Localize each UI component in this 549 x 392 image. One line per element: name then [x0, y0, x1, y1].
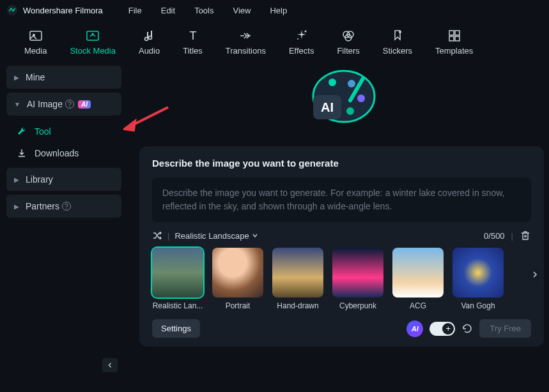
sidebar-item-partners[interactable]: ▶ Partners ?	[6, 195, 121, 218]
tab-stock-media[interactable]: Stock Media	[58, 28, 127, 56]
prompt-input[interactable]: Describe the image you want to generate.…	[152, 177, 531, 222]
svg-point-5	[144, 38, 148, 41]
shuffle-icon[interactable]	[152, 230, 162, 241]
svg-rect-3	[87, 31, 98, 40]
panel-title: Describe the image you want to generate	[152, 158, 531, 169]
style-thumb-label: Van Gogh	[461, 301, 495, 310]
sidebar-item-library[interactable]: ▶ Library	[6, 168, 121, 191]
top-tabs: Media Stock Media Audio T Titles Transit…	[0, 20, 549, 61]
tab-effects[interactable]: Effects	[277, 28, 326, 56]
style-thumb-label: Realistic Lan...	[153, 301, 203, 310]
titlebar: Wondershare Filmora File Edit Tools View…	[0, 0, 549, 20]
media-icon	[28, 28, 43, 43]
stock-media-icon	[85, 28, 100, 43]
app-title: Wondershare Filmora	[23, 6, 103, 15]
chevron-left-icon	[107, 362, 113, 368]
titles-icon: T	[185, 28, 201, 43]
palette-graphic-icon: AI	[294, 63, 383, 140]
thumbs-next-button[interactable]	[527, 267, 543, 282]
divider: |	[511, 231, 513, 241]
style-thumb-label: Hand-drawn	[277, 301, 318, 310]
svg-point-4	[92, 33, 94, 35]
style-thumb[interactable]: Cyberpunk	[332, 248, 383, 310]
content-area: AI Describe the image you want to genera…	[128, 61, 549, 381]
style-thumb[interactable]: Realistic Lan...	[152, 248, 203, 310]
svg-rect-15	[455, 31, 460, 35]
sidebar-item-ai-image[interactable]: ▼ AI Image ? AI	[6, 93, 121, 116]
style-thumb-image	[272, 248, 323, 298]
svg-point-21	[357, 94, 365, 102]
tab-templates[interactable]: Templates	[424, 28, 484, 56]
style-thumb[interactable]: Van Gogh	[452, 248, 504, 310]
svg-point-13	[399, 31, 401, 33]
audio-icon	[142, 28, 157, 43]
transitions-icon	[238, 28, 253, 43]
enhance-toggle[interactable]	[429, 322, 455, 336]
svg-rect-16	[449, 36, 454, 41]
chevron-right-icon: ▶	[14, 203, 19, 210]
menu-tools[interactable]: Tools	[194, 6, 213, 15]
style-thumb-image	[332, 248, 383, 298]
try-free-button[interactable]: Try Free	[479, 319, 531, 338]
menu-bar: File Edit Tools View Help	[128, 6, 287, 15]
chevron-down-icon	[252, 232, 258, 239]
tab-titles[interactable]: T Titles	[171, 28, 214, 56]
tab-transitions[interactable]: Transitions	[214, 28, 277, 56]
hero: AI	[128, 61, 549, 140]
refresh-icon[interactable]	[461, 323, 473, 335]
settings-button[interactable]: Settings	[152, 319, 200, 338]
sidebar-subitem-tool[interactable]: Tool	[6, 121, 121, 142]
svg-point-20	[348, 80, 355, 87]
divider: |	[167, 231, 169, 241]
tab-filters[interactable]: Filters	[325, 28, 371, 56]
svg-point-8	[304, 31, 306, 33]
svg-point-19	[329, 79, 336, 86]
ai-generate-panel: Describe the image you want to generate …	[139, 146, 544, 347]
style-thumb-image	[152, 248, 203, 298]
menu-edit[interactable]: Edit	[161, 6, 175, 15]
style-thumb-label: Cyberpunk	[339, 301, 376, 310]
style-thumb-image	[392, 248, 444, 298]
tab-audio[interactable]: Audio	[127, 28, 171, 56]
ai-chip-icon: AI	[406, 320, 423, 337]
help-icon[interactable]: ?	[62, 202, 71, 211]
help-icon[interactable]: ?	[65, 100, 74, 109]
sidebar-subitem-downloads[interactable]: Downloads	[6, 142, 121, 164]
stickers-icon	[390, 28, 405, 43]
filters-icon	[341, 28, 356, 43]
style-thumb[interactable]: ACG	[392, 248, 444, 310]
trash-icon[interactable]	[520, 230, 531, 241]
style-thumb[interactable]: Hand-drawn	[272, 248, 323, 310]
style-thumb-image	[452, 248, 504, 298]
style-thumbnails: Realistic Lan...PortraitHand-drawnCyberp…	[152, 248, 531, 310]
svg-point-22	[346, 107, 354, 115]
menu-view[interactable]: View	[233, 6, 251, 15]
style-thumb[interactable]: Portrait	[212, 248, 263, 310]
download-icon	[17, 148, 27, 158]
templates-icon	[447, 28, 462, 43]
chevron-right-icon: ▶	[14, 74, 19, 81]
menu-file[interactable]: File	[128, 6, 142, 15]
tab-media[interactable]: Media	[13, 28, 58, 56]
app-logo-icon	[6, 4, 18, 16]
sidebar-item-mine[interactable]: ▶ Mine	[6, 66, 121, 89]
style-thumb-image	[212, 248, 263, 298]
style-thumb-label: Portrait	[226, 301, 251, 310]
svg-rect-17	[455, 36, 460, 41]
ai-badge: AI	[78, 100, 91, 109]
chevron-right-icon	[531, 271, 539, 278]
svg-text:AI: AI	[321, 100, 334, 114]
sidebar: ▶ Mine ▼ AI Image ? AI Tool Downloads	[0, 61, 128, 381]
svg-point-9	[297, 38, 298, 40]
style-thumb-label: ACG	[410, 301, 426, 310]
style-dropdown[interactable]: Realistic Landscape	[174, 231, 258, 241]
svg-point-6	[148, 36, 151, 40]
wrench-icon	[17, 126, 27, 137]
collapse-sidebar-button[interactable]	[102, 358, 118, 372]
char-counter: 0/500	[484, 231, 505, 241]
svg-text:T: T	[189, 29, 196, 42]
menu-help[interactable]: Help	[270, 6, 287, 15]
chevron-right-icon: ▶	[14, 176, 19, 183]
chevron-down-icon: ▼	[14, 101, 20, 108]
tab-stickers[interactable]: Stickers	[371, 28, 424, 56]
